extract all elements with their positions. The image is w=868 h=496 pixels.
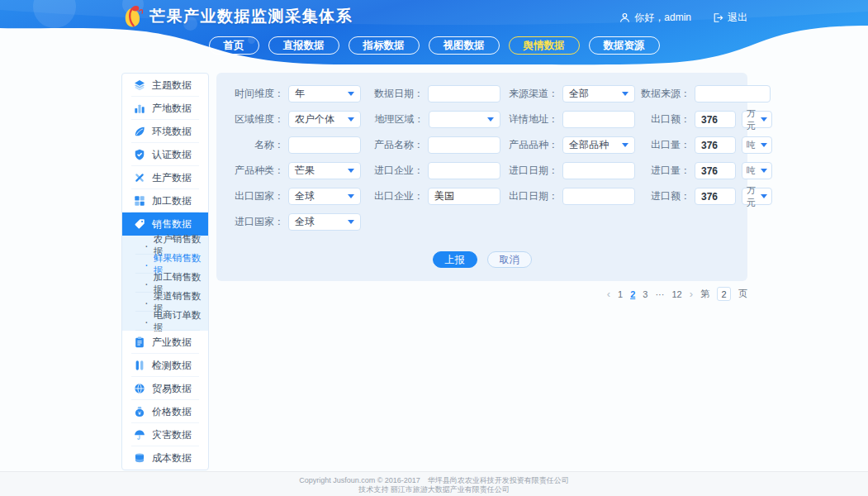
nav-tab-direct-report-data[interactable]: 直报数据	[268, 36, 339, 55]
page-jump-input[interactable]: 2	[717, 287, 731, 301]
import-volume-unit-select[interactable]: 吨	[742, 162, 772, 179]
field-label: 来源渠道：	[500, 87, 558, 101]
sidebar-item-origin-data[interactable]: 产地数据	[122, 97, 208, 120]
sidebar-item-label: 灾害数据	[152, 428, 192, 442]
select-value: 年	[295, 87, 305, 101]
submit-button[interactable]: 上报	[433, 251, 477, 268]
field-label: 地理区域：	[367, 112, 425, 126]
field-label: 产品品种：	[500, 138, 558, 152]
umbrella-icon	[134, 429, 145, 441]
next-page-button[interactable]: ›	[690, 288, 693, 300]
user-greeting[interactable]: 你好，admin	[619, 11, 691, 25]
chevron-down-icon	[622, 92, 628, 96]
chevron-down-icon	[761, 143, 767, 147]
leaf-icon	[134, 126, 145, 137]
page-title: 芒果产业数据监测采集体系	[149, 6, 353, 27]
data-entry-panel: 时间维度： 年 数据日期： 来源渠道： 全部 数据来源： 区域维度： 农户个体 …	[216, 73, 747, 281]
import-date-input[interactable]	[562, 162, 635, 179]
product-name-input[interactable]	[428, 136, 500, 154]
page-number-3[interactable]: 3	[643, 289, 647, 299]
product-variety-select[interactable]: 全部品种	[562, 136, 635, 154]
pagination: ‹ 1 2 3 ··· 12 › 第 2 页	[607, 287, 747, 301]
sidebar-item-industry-data[interactable]: 产业数据	[122, 331, 208, 354]
logout-button[interactable]: 退出	[713, 11, 747, 25]
user-greeting-label: 你好，admin	[634, 11, 691, 25]
data-source-input[interactable]	[695, 85, 771, 103]
sidebar-item-certification-data[interactable]: 认证数据	[122, 143, 208, 166]
source-channel-select[interactable]: 全部	[562, 85, 635, 103]
geographic-region-select[interactable]	[429, 111, 501, 128]
data-date-input[interactable]	[428, 85, 500, 103]
select-value: 全球	[295, 189, 315, 203]
chevron-down-icon	[761, 169, 767, 173]
app-root: 芒果产业数据监测采集体系 你好，admin 退出 首页 直报数据 指标数	[0, 0, 868, 496]
sidebar-item-environment-data[interactable]: 环境数据	[122, 120, 208, 143]
export-volume-input[interactable]	[695, 136, 736, 154]
select-value: 全球	[295, 215, 315, 229]
import-value-input[interactable]	[695, 188, 736, 205]
import-value-unit-select[interactable]: 万元	[742, 188, 772, 205]
bar-chart-icon	[134, 103, 145, 114]
logout-label: 退出	[728, 11, 747, 25]
select-value: 吨	[747, 139, 756, 151]
data-entry-form: 时间维度： 年 数据日期： 来源渠道： 全部 数据来源： 区域维度： 农户个体 …	[226, 85, 772, 231]
tools-icon	[134, 172, 145, 184]
chevron-down-icon	[348, 194, 354, 198]
sidebar-item-price-data[interactable]: 价格数据	[122, 400, 208, 423]
name-input[interactable]	[288, 136, 361, 154]
export-company-input[interactable]	[428, 188, 500, 205]
product-category-select[interactable]: 芒果	[288, 162, 361, 179]
sidebar-item-trade-data[interactable]: 贸易数据	[122, 377, 208, 400]
sidebar-item-disaster-data[interactable]: 灾害数据	[122, 423, 208, 446]
nav-tab-view-data[interactable]: 视图数据	[429, 36, 500, 55]
shield-icon	[134, 149, 145, 160]
sidebar-item-processing-data[interactable]: 加工数据	[122, 189, 208, 212]
sidebar-item-label: 产业数据	[152, 336, 192, 350]
page-number-1[interactable]: 1	[618, 289, 623, 299]
export-value-unit-select[interactable]: 万元	[742, 111, 772, 128]
sidebar-item-theme-data[interactable]: 主题数据	[122, 74, 208, 97]
field-label: 数据来源：	[639, 87, 690, 101]
field-label: 出口日期：	[500, 189, 558, 203]
test-tube-icon	[134, 360, 145, 371]
layers-icon	[134, 79, 145, 91]
import-company-input[interactable]	[428, 162, 500, 179]
address-input[interactable]	[562, 111, 635, 128]
export-value-input[interactable]	[695, 111, 736, 128]
nav-tab-indicator-data[interactable]: 指标数据	[349, 36, 420, 55]
import-country-select[interactable]: 全球	[288, 213, 361, 231]
prev-page-button[interactable]: ‹	[607, 288, 610, 300]
region-dimension-select[interactable]: 农户个体	[288, 111, 361, 128]
logout-icon	[713, 12, 723, 23]
sidebar-item-production-data[interactable]: 生产数据	[122, 166, 208, 189]
sidebar-item-cost-data[interactable]: 成本数据	[122, 446, 208, 470]
chevron-down-icon	[348, 117, 354, 122]
tag-icon	[134, 218, 145, 230]
chevron-down-icon	[487, 117, 494, 122]
nav-tab-sentiment-data[interactable]: 舆情数据	[509, 36, 580, 55]
page-number-2-current[interactable]: 2	[630, 289, 635, 299]
export-date-input[interactable]	[562, 188, 635, 205]
sidebar-item-testing-data[interactable]: 检测数据	[122, 354, 208, 377]
submenu-item-ecommerce-order-data[interactable]: · 电商订单数据	[122, 312, 208, 331]
page-jump-suffix: 页	[738, 288, 747, 300]
field-label: 进口企业：	[367, 164, 424, 178]
import-volume-input[interactable]	[695, 162, 736, 179]
field-label: 时间维度：	[226, 87, 284, 101]
chevron-down-icon	[761, 194, 767, 198]
form-actions: 上报 取消	[216, 251, 747, 268]
nav-tab-data-resources[interactable]: 数据资源	[589, 36, 660, 55]
select-value: 芒果	[295, 164, 315, 178]
nav-tab-home[interactable]: 首页	[209, 36, 259, 55]
sidebar: 主题数据 产地数据 环境数据 认证数据	[121, 73, 209, 470]
main-nav: 首页 直报数据 指标数据 视图数据 舆情数据 数据资源	[0, 36, 868, 55]
bullet-icon: ·	[145, 259, 149, 270]
time-dimension-select[interactable]: 年	[288, 85, 361, 103]
export-volume-unit-select[interactable]: 吨	[742, 136, 772, 154]
select-value: 农户个体	[295, 112, 334, 126]
export-country-select[interactable]: 全球	[288, 188, 361, 205]
chevron-down-icon	[348, 169, 354, 173]
cancel-button[interactable]: 取消	[487, 251, 532, 268]
chevron-down-icon	[348, 92, 354, 96]
page-number-12[interactable]: 12	[671, 289, 681, 299]
